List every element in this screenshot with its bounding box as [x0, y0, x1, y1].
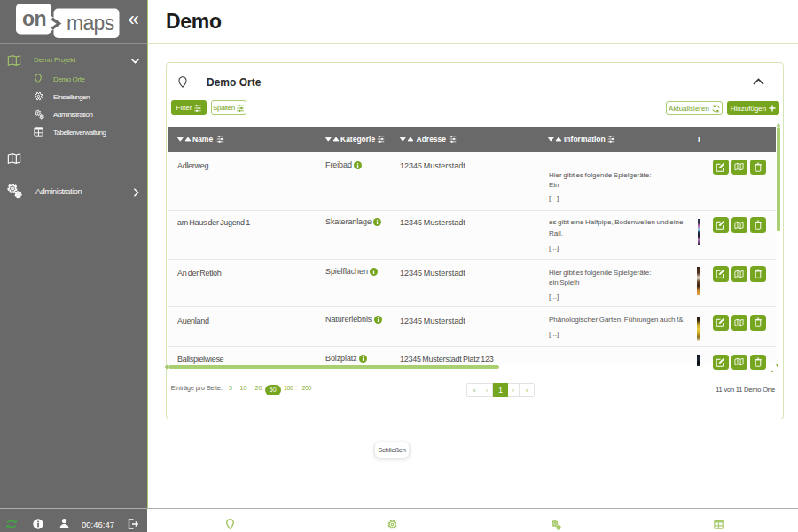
- svg-text:maps: maps: [66, 12, 114, 35]
- svg-text:on: on: [22, 7, 46, 30]
